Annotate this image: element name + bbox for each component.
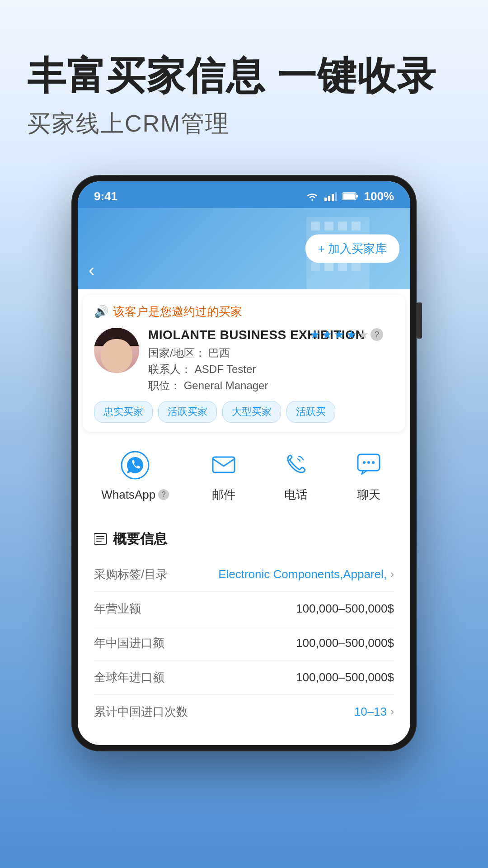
notice-speaker-icon: 🔊 — [94, 305, 108, 319]
position-label: 职位： — [148, 379, 181, 392]
info-value-3: 100,000–500,000$ — [296, 670, 394, 684]
position-value: General Manager — [184, 379, 268, 392]
whatsapp-help-icon[interactable]: ? — [158, 489, 169, 500]
action-phone[interactable]: 电话 — [278, 446, 314, 503]
info-row-0[interactable]: 采购标签/目录 Electronic Components,Apparel, › — [94, 557, 394, 592]
phone-label: 电话 — [284, 487, 308, 503]
info-value-2: 100,000–500,000$ — [296, 636, 394, 650]
phone-icon-circle — [278, 446, 314, 482]
hero-subtitle: 买家线上CRM管理 — [27, 108, 461, 140]
contact-label: 联系人： — [148, 363, 192, 375]
contact-value: ASDF Tester — [195, 363, 256, 375]
position-row: 职位： General Manager — [148, 378, 394, 393]
svg-rect-6 — [356, 195, 358, 198]
svg-rect-20 — [311, 262, 320, 271]
svg-rect-10 — [338, 222, 347, 231]
action-chat[interactable]: 聊天 — [351, 446, 387, 503]
info-row-3: 全球年进口额 100,000–500,000$ — [94, 660, 394, 695]
svg-point-29 — [372, 461, 375, 464]
email-icon — [209, 450, 238, 479]
tag-loyal: 忠实买家 — [94, 401, 153, 423]
whatsapp-label: WhatsApp ? — [101, 488, 169, 502]
svg-rect-25 — [213, 457, 235, 472]
svg-rect-8 — [311, 222, 320, 231]
star-2: ★ — [322, 328, 332, 342]
back-button[interactable]: ‹ — [89, 260, 94, 280]
phone-icon — [282, 450, 310, 479]
phone-inner: 9:41 — [78, 181, 410, 745]
svg-rect-11 — [352, 222, 361, 231]
add-buyer-button[interactable]: + 加入买家库 — [305, 234, 399, 263]
svg-point-28 — [367, 461, 370, 464]
chat-icon — [354, 450, 383, 479]
rating-stars: ★ ★ ★ ★ ★ ? — [310, 328, 383, 342]
info-label-0: 采购标签/目录 — [94, 566, 168, 582]
whatsapp-icon — [121, 451, 150, 480]
hero-title: 丰富买家信息 一键收录 — [27, 54, 461, 97]
customer-notice: 🔊 该客户是您邀约过的买家 — [94, 304, 394, 320]
tag-active: 活跃买家 — [158, 401, 217, 423]
action-row: WhatsApp ? — [83, 446, 405, 503]
battery-percent: 100% — [364, 189, 394, 203]
email-icon-circle — [206, 446, 242, 482]
info-card: 概要信息 采购标签/目录 Electronic Components,Appar… — [83, 519, 405, 740]
action-whatsapp[interactable]: WhatsApp ? — [101, 447, 169, 502]
svg-rect-22 — [338, 262, 347, 271]
svg-rect-1 — [328, 196, 330, 201]
info-section-title: 概要信息 — [94, 530, 394, 548]
action-card: WhatsApp ? — [83, 437, 405, 514]
star-5: ★ — [358, 328, 369, 342]
avatar-face-inner — [101, 339, 132, 373]
chat-icon-circle — [351, 446, 387, 482]
email-label: 邮件 — [212, 487, 235, 503]
info-label-1: 年营业额 — [94, 601, 141, 617]
info-label-2: 年中国进口额 — [94, 635, 164, 651]
whatsapp-icon-circle — [117, 447, 153, 483]
star-4: ★ — [346, 328, 357, 342]
phone-wrapper: 9:41 — [27, 176, 461, 750]
info-row-4[interactable]: 累计中国进口次数 10–13 › — [94, 695, 394, 729]
status-bar: 9:41 — [78, 181, 410, 208]
info-label-4: 累计中国进口次数 — [94, 704, 188, 720]
notice-text: 该客户是您邀约过的买家 — [113, 304, 242, 320]
tag-large: 大型买家 — [222, 401, 281, 423]
hero-section: 丰富买家信息 一键收录 买家线上CRM管理 — [27, 54, 461, 140]
info-row-1: 年营业额 100,000–500,000$ — [94, 592, 394, 626]
customer-tags: 忠实买家 活跃买家 大型买家 活跃买 — [94, 401, 394, 423]
star-1: ★ — [310, 328, 320, 342]
chevron-icon-0: › — [390, 568, 394, 580]
svg-rect-21 — [324, 262, 333, 271]
info-value-1: 100,000–500,000$ — [296, 602, 394, 616]
svg-rect-5 — [343, 193, 355, 199]
phone-frame: 9:41 — [72, 176, 416, 750]
svg-rect-23 — [352, 262, 361, 271]
wifi-icon — [305, 191, 319, 201]
svg-rect-2 — [332, 194, 334, 201]
list-icon — [94, 532, 108, 546]
rating-help-icon[interactable]: ? — [371, 328, 383, 341]
svg-rect-0 — [324, 198, 327, 201]
svg-rect-3 — [335, 192, 337, 201]
star-3: ★ — [334, 328, 344, 342]
status-time: 9:41 — [94, 189, 117, 203]
action-email[interactable]: 邮件 — [206, 446, 242, 503]
contact-row: 联系人： ASDF Tester — [148, 362, 394, 377]
chevron-icon-4: › — [390, 705, 394, 718]
battery-icon — [343, 192, 359, 201]
info-value-4: 10–13 › — [354, 705, 394, 719]
tag-active2: 活跃买 — [286, 401, 335, 423]
svg-rect-9 — [324, 222, 333, 231]
country-label: 国家/地区： — [148, 347, 206, 359]
country-value: 巴西 — [208, 347, 230, 359]
info-label-3: 全球年进口额 — [94, 670, 164, 685]
page-content: 丰富买家信息 一键收录 买家线上CRM管理 9:41 — [0, 0, 488, 769]
status-icons: 100% — [305, 189, 394, 203]
phone-side-button — [417, 302, 422, 339]
customer-info: MIOLANTE BUSINESS EXHIBITION 国家/地区： 巴西 联… — [94, 328, 394, 395]
svg-point-27 — [363, 461, 366, 464]
country-row: 国家/地区： 巴西 — [148, 346, 394, 360]
customer-card: 🔊 该客户是您邀约过的买家 MIOLANTE BUSINESS EXHIBITI… — [83, 295, 405, 432]
chat-label: 聊天 — [357, 487, 380, 503]
info-row-2: 年中国进口额 100,000–500,000$ — [94, 626, 394, 660]
signal-icon — [324, 191, 337, 201]
